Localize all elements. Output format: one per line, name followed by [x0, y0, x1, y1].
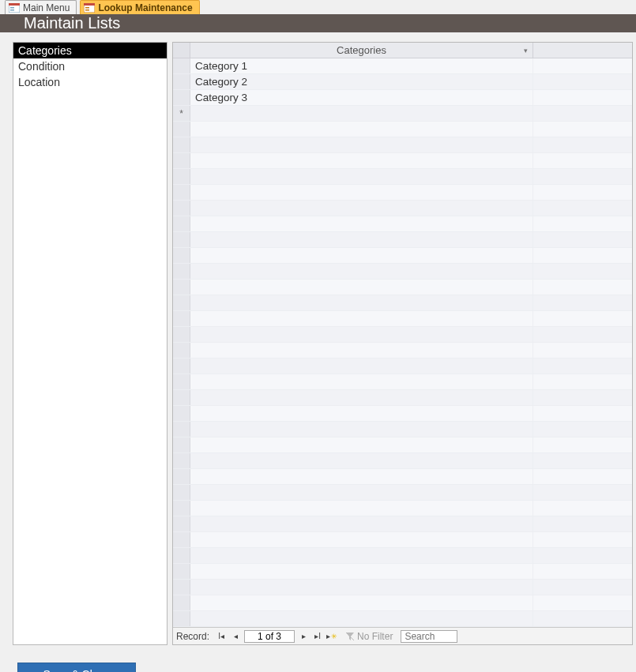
cell-empty[interactable] [190, 516, 533, 531]
table-row: Category 2 [173, 74, 632, 90]
row-filler [533, 122, 632, 137]
cell-empty[interactable] [190, 122, 533, 137]
table-row-empty [173, 216, 632, 232]
row-selector[interactable] [173, 169, 190, 184]
row-selector[interactable] [173, 153, 190, 168]
sidebar-item-location[interactable]: Location [13, 74, 167, 90]
cell-empty[interactable] [190, 595, 533, 610]
table-row-empty [173, 343, 632, 359]
nav-last-icon[interactable]: ▸I [310, 629, 325, 644]
cell-empty[interactable] [190, 327, 533, 342]
cell-empty[interactable] [190, 453, 533, 468]
sidebar-item-condition[interactable]: Condition [13, 58, 167, 74]
row-selector[interactable] [173, 437, 190, 452]
row-selector[interactable] [173, 90, 190, 105]
cell-empty[interactable] [190, 390, 533, 405]
row-selector[interactable] [173, 485, 190, 500]
row-selector[interactable] [173, 453, 190, 468]
table-row-empty [173, 248, 632, 264]
cell-empty[interactable] [190, 611, 533, 626]
cell-category[interactable]: Category 3 [190, 90, 533, 105]
cell-empty[interactable] [190, 295, 533, 310]
row-selector[interactable] [173, 422, 190, 437]
cell-empty[interactable] [190, 169, 533, 184]
row-selector[interactable] [173, 74, 190, 89]
cell-empty[interactable] [190, 485, 533, 500]
record-position-input[interactable] [244, 630, 295, 643]
cell-empty[interactable] [190, 264, 533, 279]
row-selector[interactable] [173, 232, 190, 247]
cell-empty[interactable] [190, 437, 533, 452]
cell-category[interactable]: Category 1 [190, 58, 533, 73]
cell-empty[interactable] [190, 248, 533, 263]
chevron-down-icon[interactable]: ▾ [524, 47, 528, 54]
row-selector[interactable] [173, 201, 190, 216]
row-selector[interactable] [173, 216, 190, 231]
cell-empty[interactable] [190, 532, 533, 547]
row-selector[interactable] [173, 137, 190, 152]
row-selector[interactable] [173, 248, 190, 263]
row-selector[interactable] [173, 501, 190, 516]
row-filler [533, 137, 632, 152]
search-input[interactable] [401, 630, 457, 643]
sidebar-item-categories[interactable]: Categories [13, 43, 167, 58]
row-selector[interactable] [173, 406, 190, 421]
row-selector[interactable] [173, 343, 190, 358]
filter-status[interactable]: No Filter [339, 631, 399, 642]
row-selector[interactable] [173, 58, 190, 73]
cell-empty[interactable] [190, 548, 533, 563]
cell-empty[interactable] [190, 153, 533, 168]
cell-empty[interactable] [190, 343, 533, 358]
row-selector[interactable] [173, 359, 190, 374]
cell-empty[interactable] [190, 359, 533, 374]
cell-empty[interactable] [190, 406, 533, 421]
row-selector[interactable] [173, 516, 190, 531]
svg-rect-2 [10, 7, 14, 9]
nav-next-icon[interactable]: ▸ [296, 629, 310, 644]
row-selector[interactable] [173, 122, 190, 137]
tab-main-menu[interactable]: Main Menu [5, 0, 77, 14]
cell-empty[interactable] [190, 469, 533, 484]
row-filler [533, 359, 632, 374]
row-selector[interactable] [173, 580, 190, 595]
save-close-button[interactable]: Save & Close [17, 663, 136, 672]
row-header-corner[interactable] [173, 43, 190, 58]
row-selector[interactable] [173, 311, 190, 326]
cell-category-new[interactable] [190, 106, 533, 121]
cell-empty[interactable] [190, 311, 533, 326]
cell-empty[interactable] [190, 216, 533, 231]
row-selector[interactable] [173, 564, 190, 579]
row-selector[interactable] [173, 185, 190, 200]
cell-empty[interactable] [190, 564, 533, 579]
nav-first-icon[interactable]: I◂ [214, 629, 228, 644]
cell-empty[interactable] [190, 374, 533, 389]
cell-empty[interactable] [190, 137, 533, 152]
cell-empty[interactable] [190, 232, 533, 247]
cell-empty[interactable] [190, 280, 533, 295]
row-selector[interactable] [173, 532, 190, 547]
nav-prev-icon[interactable]: ◂ [228, 629, 243, 644]
cell-empty[interactable] [190, 422, 533, 437]
panels: Categories Condition Location Categories… [13, 42, 633, 645]
row-selector[interactable] [173, 469, 190, 484]
row-selector-new[interactable]: * [173, 106, 190, 121]
row-selector[interactable] [173, 280, 190, 295]
row-selector[interactable] [173, 327, 190, 342]
cell-category[interactable]: Category 2 [190, 74, 533, 89]
column-header-categories[interactable]: Categories ▾ [190, 43, 533, 58]
tab-lookup-maintenance[interactable]: Lookup Maintenance [80, 0, 199, 14]
row-selector[interactable] [173, 611, 190, 626]
cell-empty[interactable] [190, 501, 533, 516]
row-selector[interactable] [173, 390, 190, 405]
cell-empty[interactable] [190, 580, 533, 595]
row-selector[interactable] [173, 595, 190, 610]
nav-new-record-icon[interactable]: ▸✳ [325, 629, 339, 644]
cell-empty[interactable] [190, 201, 533, 216]
list-selector: Categories Condition Location [13, 42, 167, 645]
row-selector[interactable] [173, 264, 190, 279]
record-label: Record: [173, 631, 214, 642]
row-selector[interactable] [173, 374, 190, 389]
cell-empty[interactable] [190, 185, 533, 200]
row-selector[interactable] [173, 548, 190, 563]
row-selector[interactable] [173, 295, 190, 310]
